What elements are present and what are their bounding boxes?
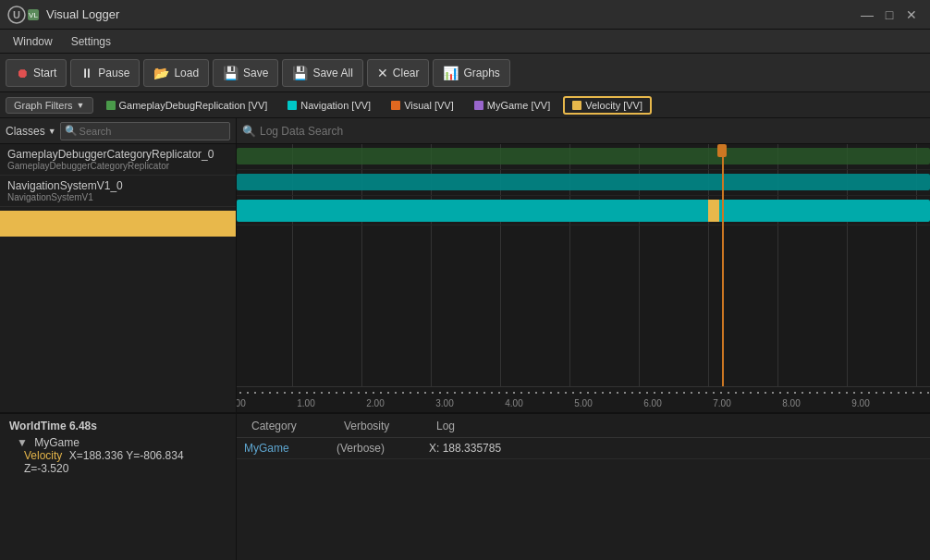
left-panel: Classes ▼ 🔍 GameplayDebuggerCategoryRepl…	[0, 118, 237, 412]
filter-dot-gameplay	[106, 101, 116, 110]
yellow-marker	[708, 200, 719, 222]
row-bar-navigation	[237, 174, 930, 190]
save-all-button[interactable]: 💾 Save All	[282, 59, 362, 87]
tick-3: 3.00	[435, 398, 453, 408]
clear-icon: ✕	[377, 66, 388, 80]
tick-0: 0.00	[237, 398, 246, 408]
tree-arrow-icon: ▼	[17, 436, 28, 449]
maximize-button[interactable]: □	[878, 4, 900, 26]
tick-1: 1.00	[297, 398, 314, 408]
class-item-sub: NavigationSystemV1	[7, 192, 228, 202]
row-bar-teal	[237, 200, 930, 222]
col-header-log: Log	[429, 420, 923, 432]
load-icon: 📂	[153, 66, 169, 80]
timeline-panel: 🔍	[237, 118, 930, 412]
axis-dots	[237, 391, 930, 395]
left-timeline-area	[0, 237, 236, 412]
timeline-row-gameplay[interactable]	[237, 144, 930, 170]
ue-logo: U	[7, 6, 26, 24]
timeline-row-main[interactable]	[237, 196, 930, 225]
tick-9: 9.00	[851, 398, 869, 408]
pause-button[interactable]: ⏸ Pause	[70, 59, 140, 87]
filter-dot-navigation	[288, 101, 297, 110]
close-button[interactable]: ✕	[900, 4, 923, 26]
title-bar: U VL Visual Logger — □ ✕	[0, 0, 930, 30]
filter-navigation[interactable]: Navigation [VV]	[280, 98, 378, 113]
filter-bar: Graph Filters ▼ GameplayDebugReplication…	[0, 92, 930, 118]
tick-8: 8.00	[782, 398, 800, 408]
tick-7: 7.00	[713, 398, 730, 408]
search-wrapper: 🔍	[60, 122, 230, 140]
class-item-name: NavigationSystemV1_0	[7, 179, 228, 192]
load-button[interactable]: 📂 Load	[143, 59, 209, 87]
log-row[interactable]: MyGame (Verbose) X: 188.335785	[237, 438, 930, 459]
worldtime-label: WorldTime 6.48s	[9, 420, 226, 432]
left-yellow-bar	[0, 211, 236, 237]
menu-window[interactable]: Window	[4, 32, 62, 51]
class-item[interactable]: GameplayDebuggerCategoryReplicator_0 Gam…	[0, 144, 236, 176]
toolbar: ⏺ Start ⏸ Pause 📂 Load 💾 Save 💾 Save All…	[0, 54, 930, 92]
filter-dot-mygame	[474, 101, 483, 110]
clear-button[interactable]: ✕ Clear	[367, 59, 430, 87]
main-area: Classes ▼ 🔍 GameplayDebuggerCategoryRepl…	[0, 118, 930, 412]
log-right: Category Verbosity Log MyGame (Verbose) …	[237, 414, 930, 560]
record-icon: ⏺	[16, 66, 29, 80]
save-all-icon: 💾	[292, 66, 308, 80]
cursor-line	[722, 144, 724, 386]
tick-6: 6.00	[643, 398, 661, 408]
svg-text:VL: VL	[29, 11, 38, 19]
save-icon: 💾	[223, 66, 239, 80]
pause-icon: ⏸	[80, 66, 93, 80]
log-search-icon: 🔍	[242, 125, 256, 138]
velocity-value: Velocity X=188.336 Y=-806.834 Z=-3.520	[24, 449, 226, 475]
class-item[interactable]: NavigationSystemV1_0 NavigationSystemV1	[0, 176, 236, 207]
col-header-verbosity: Verbosity	[337, 420, 429, 432]
svg-text:U: U	[13, 9, 20, 20]
classes-header: Classes ▼ 🔍	[0, 118, 236, 144]
log-cell-verbosity: (Verbose)	[337, 442, 429, 455]
chevron-down-icon: ▼	[77, 101, 85, 110]
classes-dropdown[interactable]: Classes ▼	[6, 125, 56, 138]
classes-chevron-icon: ▼	[48, 127, 56, 136]
search-input[interactable]	[60, 122, 230, 140]
log-left: WorldTime 6.48s ▼ MyGame Velocity X=188.…	[0, 414, 237, 560]
tick-2: 2.00	[366, 398, 384, 408]
app-title: Visual Logger	[46, 7, 856, 21]
tick-4: 4.00	[505, 398, 522, 408]
filter-dot-velocity	[572, 101, 581, 110]
menu-settings[interactable]: Settings	[62, 32, 120, 51]
tick-5: 5.00	[574, 398, 592, 408]
col-header-category: Category	[244, 420, 337, 432]
app-icon: VL	[26, 7, 41, 22]
timeline-rows[interactable]	[237, 144, 930, 386]
filter-mygame[interactable]: MyGame [VV]	[467, 98, 557, 113]
row-bar-gameplay	[237, 148, 930, 164]
log-cell-category: MyGame	[244, 442, 337, 455]
timeline-row-navigation[interactable]	[237, 170, 930, 196]
graph-filters-dropdown[interactable]: Graph Filters ▼	[6, 97, 93, 114]
start-button[interactable]: ⏺ Start	[6, 59, 67, 87]
timeline-axis: 0.00 1.00 2.00 3.00 4.00 5.00 6.00 7.00 …	[237, 386, 930, 412]
class-item-name: GameplayDebuggerCategoryReplicator_0	[7, 148, 228, 161]
filter-dot-visual	[391, 101, 400, 110]
menu-bar: Window Settings	[0, 30, 930, 54]
filter-velocity[interactable]: Velocity [VV]	[563, 96, 652, 115]
filter-visual[interactable]: Visual [VV]	[384, 98, 461, 113]
log-data-rows: MyGame (Verbose) X: 188.335785	[237, 438, 930, 560]
log-search-bar: 🔍	[237, 118, 930, 144]
save-button[interactable]: 💾 Save	[213, 59, 278, 87]
log-search-input[interactable]	[260, 125, 924, 138]
filter-gameplay[interactable]: GameplayDebugReplication [VV]	[99, 98, 275, 113]
bottom-panel: WorldTime 6.48s ▼ MyGame Velocity X=188.…	[0, 412, 930, 560]
log-col-headers: Category Verbosity Log	[237, 414, 930, 438]
graphs-button[interactable]: 📊 Graphs	[433, 59, 509, 87]
cursor-handle[interactable]	[717, 144, 727, 157]
tree-item: ▼ MyGame	[17, 436, 226, 449]
log-cell-log: X: 188.335785	[429, 442, 923, 455]
tree-mygame-label: MyGame	[34, 436, 80, 449]
minimize-button[interactable]: —	[856, 4, 878, 26]
class-item-sub: GameplayDebuggerCategoryReplicator	[7, 161, 228, 171]
graphs-icon: 📊	[443, 66, 459, 80]
